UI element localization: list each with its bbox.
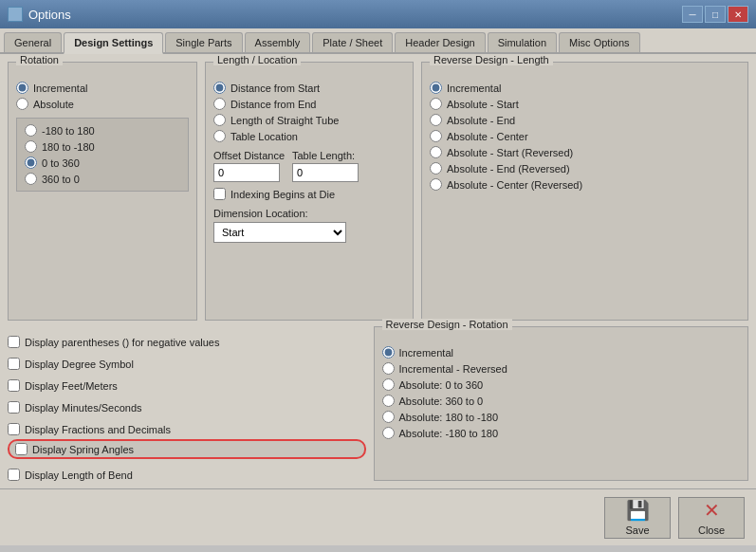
checkbox-row-chk-fractions: Display Fractions and Decimals bbox=[8, 423, 366, 435]
label-rdl-abs-center: Absolute - Center bbox=[447, 131, 528, 142]
tab-design-settings[interactable]: Design Settings bbox=[64, 32, 163, 54]
radio-item-rdr-abs-360-0: Absolute: 360 to 0 bbox=[382, 395, 741, 407]
radio-item-rdl-abs-end-rev: Absolute - End (Reversed) bbox=[430, 162, 740, 175]
dimension-location-label: Dimension Location: bbox=[213, 208, 405, 219]
label-rdl-incremental: Incremental bbox=[447, 83, 501, 94]
radio-rdl-abs-end[interactable] bbox=[430, 114, 442, 126]
radio-rot-absolute[interactable] bbox=[16, 98, 28, 110]
radio-rdr-incremental[interactable] bbox=[382, 346, 395, 359]
radio-item-rot-180-neg180: 180 to -180 bbox=[25, 140, 180, 153]
checkbox-chk-fractions[interactable] bbox=[8, 423, 20, 435]
radio-rdr-inc-rev[interactable] bbox=[382, 362, 395, 375]
tab-misc-options[interactable]: Misc Options bbox=[559, 32, 640, 52]
maximize-button[interactable]: □ bbox=[705, 6, 726, 23]
label-chk-fractions: Display Fractions and Decimals bbox=[25, 424, 171, 435]
label-chk-parens: Display parentheses () for negative valu… bbox=[25, 337, 219, 348]
radio-rdl-abs-center[interactable] bbox=[430, 130, 442, 142]
window-close-button[interactable]: ✕ bbox=[728, 6, 748, 23]
radio-rdl-abs-start-rev[interactable] bbox=[430, 146, 442, 158]
tab-plate-sheet[interactable]: Plate / Sheet bbox=[312, 32, 393, 52]
checkbox-chk-feet-meters[interactable] bbox=[8, 379, 20, 392]
label-rot-180-180: -180 to 180 bbox=[42, 125, 95, 137]
checkbox-chk-parens[interactable] bbox=[8, 336, 20, 348]
offset-distance-label: Offset Distance bbox=[213, 150, 285, 161]
spring-angle-row: Display Spring Angles bbox=[8, 439, 366, 459]
radio-item-rot-incremental: Incremental bbox=[16, 82, 189, 94]
indexing-checkbox[interactable] bbox=[213, 188, 226, 200]
checkbox-chk-degree[interactable] bbox=[8, 358, 20, 370]
reverse-design-length-group: Reverse Design - Length Incremental Abso… bbox=[421, 62, 748, 321]
close-button[interactable]: ✕ Close bbox=[678, 497, 745, 539]
label-rdl-abs-end: Absolute - End bbox=[447, 115, 515, 126]
tab-simulation[interactable]: Simulation bbox=[488, 32, 557, 52]
save-button[interactable]: 💾 Save bbox=[604, 497, 671, 539]
radio-item-ll-dist-end: Distance from End bbox=[213, 98, 405, 110]
radio-rdr-abs-0-360[interactable] bbox=[382, 378, 395, 391]
label-chk-spring-angles: Display Spring Angles bbox=[32, 444, 134, 455]
radio-rdl-abs-start[interactable] bbox=[430, 98, 442, 110]
rotation-group: Rotation Incremental Absolute -180 to 18… bbox=[8, 62, 197, 321]
table-length-input[interactable] bbox=[292, 163, 359, 182]
reverse-design-length-title: Reverse Design - Length bbox=[430, 54, 553, 65]
save-label: Save bbox=[625, 524, 649, 536]
offset-distance-input[interactable] bbox=[213, 163, 280, 182]
checkbox-chk-minutes-seconds[interactable] bbox=[8, 401, 20, 414]
radio-rdr-abs-360-0[interactable] bbox=[382, 395, 395, 407]
checkbox-chk-length-bend[interactable] bbox=[8, 469, 20, 481]
label-rdl-abs-start: Absolute - Start bbox=[447, 99, 519, 110]
radio-item-rdr-inc-rev: Incremental - Reversed bbox=[382, 362, 741, 375]
radio-rdl-incremental[interactable] bbox=[430, 82, 442, 94]
radio-rdr-abs-neg180-180[interactable] bbox=[382, 427, 395, 439]
checkboxes-panel: Display parentheses () for negative valu… bbox=[8, 326, 366, 481]
radio-item-ll-dist-start: Distance from Start bbox=[213, 82, 405, 94]
checkbox-chk-spring-angles[interactable] bbox=[15, 443, 28, 455]
radio-rot-360-0[interactable] bbox=[25, 173, 37, 185]
radio-item-rot-360-0: 360 to 0 bbox=[25, 173, 180, 185]
radio-rot-180-180[interactable] bbox=[25, 124, 37, 137]
label-rot-0-360: 0 to 360 bbox=[42, 157, 80, 169]
radio-rot-incremental[interactable] bbox=[16, 82, 28, 94]
tab-header-design[interactable]: Header Design bbox=[395, 32, 485, 52]
radio-item-ll-straight-tube: Length of Straight Tube bbox=[213, 114, 405, 126]
close-label: Close bbox=[698, 524, 725, 536]
label-rot-180-neg180: 180 to -180 bbox=[42, 141, 95, 153]
radio-ll-straight-tube[interactable] bbox=[213, 114, 226, 126]
tab-single-parts[interactable]: Single Parts bbox=[165, 32, 242, 52]
tab-general[interactable]: General bbox=[4, 32, 62, 52]
close-icon: ✕ bbox=[704, 499, 720, 522]
radio-ll-dist-start[interactable] bbox=[213, 82, 226, 94]
reverse-design-rotation-title: Reverse Design - Rotation bbox=[382, 319, 512, 330]
label-rdr-abs-neg180-180: Absolute: -180 to 180 bbox=[399, 428, 499, 439]
tab-assembly[interactable]: Assembly bbox=[245, 32, 311, 52]
reverse-design-rotation-group: Reverse Design - Rotation Incremental In… bbox=[374, 326, 749, 481]
indexing-label: Indexing Begins at Die bbox=[230, 189, 335, 200]
radio-rdl-abs-center-rev[interactable] bbox=[430, 178, 442, 191]
footer: 💾 Save ✕ Close bbox=[0, 488, 756, 545]
radio-ll-table-location[interactable] bbox=[213, 130, 226, 142]
checkbox-row-chk-length-bend: Display Length of Bend bbox=[8, 469, 366, 481]
main-content: Rotation Incremental Absolute -180 to 18… bbox=[0, 54, 756, 488]
label-rot-360-0: 360 to 0 bbox=[42, 174, 80, 185]
radio-item-rdl-incremental: Incremental bbox=[430, 82, 740, 94]
label-rdl-abs-start-rev: Absolute - Start (Reversed) bbox=[447, 147, 573, 158]
radio-ll-dist-end[interactable] bbox=[213, 98, 226, 110]
label-ll-straight-tube: Length of Straight Tube bbox=[230, 115, 339, 126]
label-chk-length-bend: Display Length of Bend bbox=[25, 469, 133, 481]
radio-rot-180-neg180[interactable] bbox=[25, 140, 37, 153]
label-rdr-inc-rev: Incremental - Reversed bbox=[399, 363, 507, 375]
minimize-button[interactable]: ─ bbox=[682, 6, 703, 23]
label-rdl-abs-center-rev: Absolute - Center (Reversed) bbox=[447, 179, 582, 191]
checkbox-row-chk-degree: Display Degree Symbol bbox=[8, 358, 366, 370]
radio-rot-0-360[interactable] bbox=[25, 156, 37, 169]
checkbox-row-chk-parens: Display parentheses () for negative valu… bbox=[8, 336, 366, 348]
checkbox-row-chk-feet-meters: Display Feet/Meters bbox=[8, 379, 366, 392]
radio-item-rot-0-360: 0 to 360 bbox=[25, 156, 180, 169]
title-bar: Options ─ □ ✕ bbox=[0, 0, 756, 28]
length-location-group: Length / Location Distance from Start Di… bbox=[205, 62, 414, 321]
dimension-location-select[interactable]: StartEndMiddle bbox=[213, 222, 346, 243]
radio-item-rdl-abs-start-rev: Absolute - Start (Reversed) bbox=[430, 146, 740, 158]
radio-rdl-abs-end-rev[interactable] bbox=[430, 162, 442, 175]
radio-rdr-abs-180-neg180[interactable] bbox=[382, 411, 395, 423]
tab-bar: GeneralDesign SettingsSingle PartsAssemb… bbox=[0, 28, 756, 54]
label-rdr-abs-0-360: Absolute: 0 to 360 bbox=[399, 379, 484, 391]
